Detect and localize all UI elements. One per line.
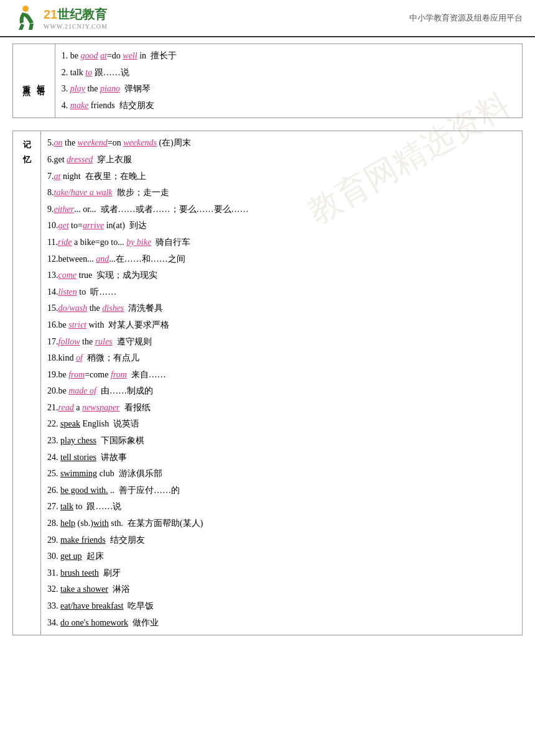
phrase-4: 4. make friends 结交朋友 (62, 98, 516, 114)
phrase-26: 26. be good with. .. 善于应付……的 (47, 482, 516, 499)
svg-point-0 (22, 6, 29, 12)
phrase-28: 28. help (sb.)with sth. 在某方面帮助(某人) (47, 515, 516, 532)
phrase-21: 21.read a newspaper 看报纸 (47, 400, 516, 417)
logo-url: WWW.21CNJY.COM (44, 23, 108, 30)
phrase-16: 16.be strict with 对某人要求严格 (47, 317, 516, 334)
phrase-9: 9.either... or... 或者……或者……；要么……要么…… (47, 201, 516, 218)
phrase-31: 31. brush teeth 刷牙 (47, 565, 516, 582)
phrase-23: 23. play chess 下国际象棋 (47, 433, 516, 449)
phrase-29: 29. make friends 结交朋友 (47, 532, 516, 549)
phrase-8: 8.take/have a walk 散步；走一走 (47, 185, 516, 201)
phrase-7: 7.at night 在夜里；在晚上 (47, 168, 516, 185)
phrase-24: 24. tell stories 讲故事 (47, 449, 516, 466)
phrase-num: 2. (62, 68, 68, 77)
section1-content: 1. be good at=do well in 擅长于 2. talk to … (55, 44, 522, 118)
phrase-num: 3. (62, 84, 68, 93)
phrase-22: 22. speak English 说英语 (47, 416, 516, 433)
phrase-11: 11.ride a bike=go to... by bike 骑自行车 (47, 234, 516, 251)
logo-main-text: 21世纪教育 (44, 6, 108, 23)
main-content: 重点短语 1. be good at=do well in 擅长于 2. tal… (0, 37, 535, 654)
phrase-num: 4. (62, 101, 68, 110)
phrase-1: 1. be good at=do well in 擅长于 (62, 48, 516, 65)
phrase-34: 34. do one's homework 做作业 (47, 615, 516, 632)
phrase-5: 5.on the weekend=on weekends (在)周末 (47, 135, 516, 152)
phrase-18: 18.kind of 稍微；有点儿 (47, 350, 516, 367)
platform-name: 中小学教育资源及组卷应用平台 (409, 12, 523, 24)
section2-table: 记忆 5.on the weekend=on weekends (在)周末 6.… (12, 131, 523, 635)
logo-text: 21世纪教育 WWW.21CNJY.COM (44, 6, 108, 30)
page-header: 21世纪教育 WWW.21CNJY.COM 中小学教育资源及组卷应用平台 (0, 0, 535, 37)
section1-label: 重点短语 (13, 44, 55, 118)
phrase-27: 27. talk to 跟……说 (47, 499, 516, 515)
phrase-30: 30. get up 起床 (47, 548, 516, 565)
section1-table: 重点短语 1. be good at=do well in 擅长于 2. tal… (12, 44, 523, 118)
phrase-33: 33. eat/have breakfast 吃早饭 (47, 598, 516, 615)
phrase-3: 3. play the piano 弹钢琴 (62, 81, 516, 98)
phrase-20: 20.be made of 由……制成的 (47, 383, 516, 400)
phrase-10: 10.get to=arrive in(at) 到达 (47, 218, 516, 234)
section2-content: 5.on the weekend=on weekends (在)周末 6.get… (41, 131, 523, 635)
phrase-6: 6.get dressed 穿上衣服 (47, 152, 516, 168)
phrase-2: 2. talk to 跟……说 (62, 65, 516, 81)
phrase-17: 17.follow the rules 遵守规则 (47, 334, 516, 351)
phrase-14: 14.listen to 听…… (47, 284, 516, 301)
phrase-13: 13.come true 实现；成为现实 (47, 267, 516, 284)
runner-icon (12, 5, 39, 31)
phrase-15: 15.do/wash the dishes 清洗餐具 (47, 300, 516, 317)
phrase-num: 1. (62, 51, 68, 60)
phrase-12: 12.between... and...在……和……之间 (47, 251, 516, 268)
phrase-19: 19.be from=come from 来自…… (47, 367, 516, 384)
phrase-32: 32. take a shower 淋浴 (47, 581, 516, 598)
logo-area: 21世纪教育 WWW.21CNJY.COM (12, 5, 108, 31)
phrase-25: 25. swimming club 游泳俱乐部 (47, 466, 516, 482)
section2-label: 记忆 (13, 131, 41, 635)
